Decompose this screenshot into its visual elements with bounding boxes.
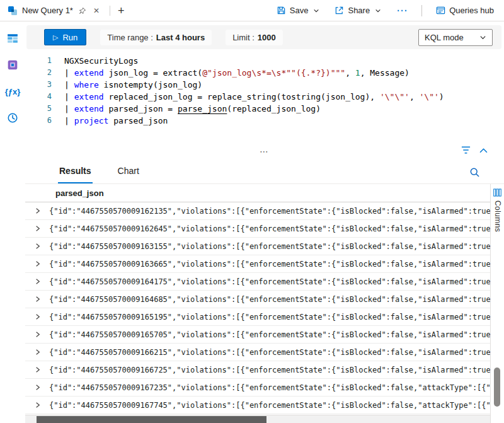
tab-title: New Query 1* (22, 6, 73, 15)
tab-results[interactable]: Results (58, 166, 93, 183)
tables-icon[interactable] (6, 32, 20, 45)
table-row[interactable]: {"id":"4467550570009166725","violations"… (25, 361, 490, 379)
row-json-value: {"id":"4467550570009162135","violations"… (49, 207, 490, 216)
expand-row-chevron-icon[interactable] (34, 366, 41, 373)
chevron-down-icon (479, 34, 486, 41)
columns-icon (493, 188, 501, 197)
row-json-value: {"id":"4467550570009165705","violations"… (49, 330, 490, 339)
pin-tab-icon[interactable] (77, 6, 88, 16)
row-json-value: {"id":"4467550570009163155","violations"… (49, 242, 490, 251)
line-number: 5 (25, 103, 64, 115)
queries-hub-button[interactable]: Queries hub (435, 4, 495, 16)
results-tab-bar: Results Chart (25, 159, 504, 184)
table-row[interactable]: {"id":"4467550570009167745","violations"… (25, 397, 490, 414)
row-json-value: {"id":"4467550570009167235","violations"… (49, 383, 490, 392)
line-number: 3 (25, 79, 64, 91)
time-range-picker[interactable]: Time range : Last 4 hours (100, 30, 212, 45)
left-icon-rail: {ƒx} (0, 21, 25, 423)
table-row[interactable]: {"id":"4467550570009162135","violations"… (25, 202, 490, 220)
table-row[interactable]: {"id":"4467550570009165195","violations"… (25, 308, 490, 326)
line-number: 6 (25, 115, 64, 127)
table-row[interactable]: {"id":"4467550570009164175","violations"… (25, 273, 490, 291)
table-row[interactable]: {"id":"4467550570009162645","violations"… (25, 220, 490, 238)
code-line: 2| extend json_log = extract(@"json_log\… (25, 67, 504, 79)
columns-panel-label: Columns (493, 200, 502, 232)
run-button[interactable]: ▷ Run (44, 29, 86, 45)
play-icon: ▷ (53, 33, 58, 42)
limit-picker[interactable]: Limit : 1000 (226, 30, 283, 45)
query-tab-icon (8, 6, 18, 16)
table-row[interactable]: {"id":"4467550570009164685","violations"… (25, 291, 490, 308)
table-row[interactable]: {"id":"4467550570009163665","violations"… (25, 255, 490, 273)
line-number: 2 (25, 67, 64, 79)
expand-row-chevron-icon[interactable] (34, 384, 41, 391)
new-tab-button[interactable]: + (113, 5, 130, 16)
save-icon (277, 6, 286, 15)
expand-row-chevron-icon[interactable] (34, 349, 41, 356)
code-line: 1NGXSecurityLogs (25, 55, 504, 67)
save-button[interactable]: Save (275, 4, 321, 16)
share-button[interactable]: Share (333, 4, 382, 16)
expand-row-chevron-icon[interactable] (34, 225, 41, 232)
row-json-value: {"id":"4467550570009166725","violations"… (49, 366, 490, 374)
horizontal-scrollbar[interactable] (25, 415, 490, 423)
columns-side-strip: Columns (490, 184, 504, 423)
row-json-value: {"id":"4467550570009164175","violations"… (49, 277, 490, 286)
line-number: 1 (25, 55, 64, 67)
chevron-down-icon (313, 8, 319, 14)
history-icon[interactable] (6, 111, 20, 125)
functions-icon[interactable]: {ƒx} (6, 84, 20, 98)
code-line: 4| extend replaced_json_log = replace_st… (25, 91, 504, 103)
expand-row-chevron-icon[interactable] (34, 243, 41, 250)
saved-queries-icon[interactable] (6, 58, 20, 72)
query-tab[interactable]: New Query 1* ✕ (0, 0, 107, 21)
row-json-value: {"id":"4467550570009163665","violations"… (49, 260, 490, 269)
table-row[interactable]: {"id":"4467550570009163155","violations"… (25, 238, 490, 255)
code-line: 3| where isnotempty(json_log) (25, 79, 504, 91)
expand-row-chevron-icon[interactable] (34, 313, 41, 320)
code-line: 6| project parsed_json (25, 115, 504, 127)
tab-chart[interactable]: Chart (117, 166, 140, 183)
column-header-parsed-json[interactable]: parsed_json (25, 184, 490, 202)
expand-row-chevron-icon[interactable] (34, 331, 41, 338)
expand-row-chevron-icon[interactable] (34, 278, 41, 285)
vertical-scrollbar-thumb[interactable] (494, 368, 500, 407)
editor-lines: 1NGXSecurityLogs2| extend json_log = ext… (25, 55, 504, 127)
search-icon[interactable] (469, 167, 480, 178)
table-row[interactable]: {"id":"4467550570009166215","violations"… (25, 344, 490, 361)
top-tab-bar: New Query 1* ✕ + Save Share ⋯ Queries hu… (0, 0, 504, 21)
row-json-value: {"id":"4467550570009165195","violations"… (49, 313, 490, 322)
queries-hub-icon (436, 6, 445, 15)
table-row[interactable]: {"id":"4467550570009165705","violations"… (25, 326, 490, 344)
filter-icon[interactable] (461, 146, 471, 154)
results-grid: parsed_json {"id":"4467550570009162135",… (25, 184, 504, 423)
row-json-value: {"id":"4467550570009164685","violations"… (49, 295, 490, 304)
query-editor[interactable]: 1NGXSecurityLogs2| extend json_log = ext… (25, 49, 504, 145)
chevron-down-icon (375, 8, 381, 14)
horizontal-scrollbar-thumb[interactable] (37, 416, 266, 423)
tab-separator (110, 6, 110, 16)
expand-row-chevron-icon[interactable] (34, 207, 41, 214)
expand-row-chevron-icon[interactable] (34, 402, 41, 409)
editor-results-splitter: ⋯ (25, 145, 504, 159)
splitter-handle[interactable]: ⋯ (260, 146, 270, 156)
results-body: {"id":"4467550570009162135","violations"… (25, 202, 490, 423)
line-number: 4 (25, 91, 64, 103)
table-row[interactable]: {"id":"4467550570009167235","violations"… (25, 379, 490, 397)
columns-panel-tab[interactable]: Columns (491, 184, 504, 232)
row-json-value: {"id":"4467550570009167745","violations"… (49, 401, 490, 410)
expand-row-chevron-icon[interactable] (34, 260, 41, 267)
divider (421, 5, 422, 16)
code-line: 5| extend parsed_json = parse_json(repla… (25, 103, 504, 115)
share-icon (335, 6, 344, 15)
collapse-up-icon[interactable] (479, 147, 488, 154)
row-json-value: {"id":"4467550570009166215","violations"… (49, 348, 490, 357)
query-toolbar: ▷ Run Time range : Last 4 hours Limit : … (26, 25, 501, 49)
row-json-value: {"id":"4467550570009162645","violations"… (49, 224, 490, 233)
more-actions-button[interactable]: ⋯ (395, 3, 409, 18)
kql-mode-select[interactable]: KQL mode (418, 29, 493, 46)
close-tab-icon[interactable]: ✕ (92, 6, 101, 16)
expand-row-chevron-icon[interactable] (34, 296, 41, 303)
